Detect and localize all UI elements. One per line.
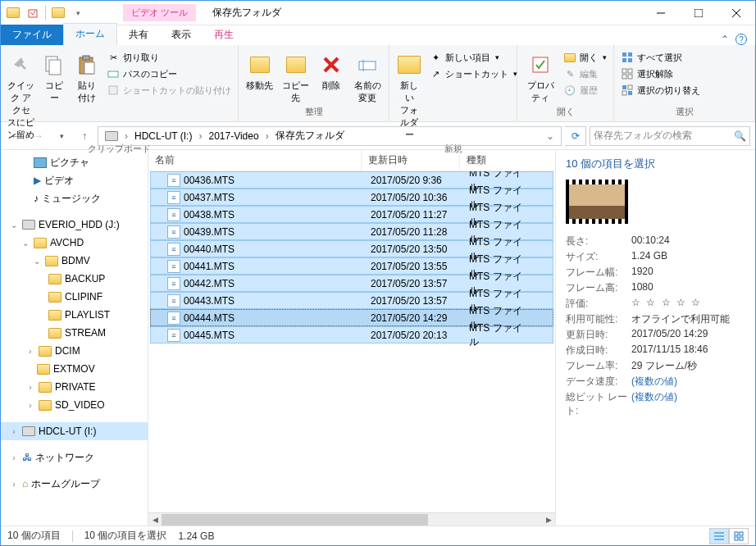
- shortcut-icon: ↗: [429, 67, 442, 80]
- crumb-dropdown[interactable]: ⌄: [541, 130, 559, 142]
- newitem-button[interactable]: ✦新しい項目▾: [427, 50, 519, 65]
- invertselect-button[interactable]: 選択の切り替え: [619, 83, 702, 98]
- rating-stars[interactable]: ☆ ☆ ☆ ☆ ☆: [631, 297, 702, 311]
- tab-share[interactable]: 共有: [117, 25, 160, 45]
- nav-extmov[interactable]: EXTMOV: [1, 360, 148, 378]
- svg-rect-23: [622, 75, 626, 79]
- nav-drive-i[interactable]: ›HDCL-UT (I:): [1, 422, 148, 440]
- file-icon: ≡: [167, 243, 180, 256]
- tab-play[interactable]: 再生: [203, 25, 245, 45]
- cut-button[interactable]: ✂切り取り: [105, 50, 233, 65]
- refresh-button[interactable]: ⟳: [565, 126, 586, 146]
- crumb-2[interactable]: 保存先フォルダ: [271, 127, 349, 145]
- scroll-right-button[interactable]: ▶: [542, 513, 555, 526]
- back-button[interactable]: ←: [6, 126, 25, 146]
- folder-icon: [39, 382, 52, 393]
- up-button[interactable]: ↑: [75, 126, 94, 146]
- svg-rect-24: [628, 75, 632, 79]
- paste-shortcut-button[interactable]: ショートカットの貼り付け: [105, 83, 233, 98]
- col-type[interactable]: 種類: [460, 150, 524, 171]
- nav-bdmv[interactable]: ⌄BDMV: [1, 252, 148, 270]
- file-icon: ≡: [167, 191, 180, 204]
- scroll-thumb[interactable]: [162, 514, 428, 526]
- scroll-left-button[interactable]: ◀: [148, 513, 162, 526]
- nav-pictures[interactable]: ピクチャ: [1, 153, 148, 171]
- recent-dropdown[interactable]: ▾: [52, 126, 71, 146]
- crumb-1[interactable]: 2017-Video: [203, 127, 263, 145]
- selectall-button[interactable]: すべて選択: [619, 50, 702, 65]
- view-details-button[interactable]: [709, 528, 729, 544]
- nav-avchd[interactable]: ⌄AVCHD: [1, 234, 148, 252]
- tab-view[interactable]: 表示: [160, 25, 203, 45]
- folder-tree[interactable]: ピクチャ ▶ビデオ ♪ミュージック ⌄EVERIO_HDD (J:) ⌄AVCH…: [1, 150, 148, 526]
- nav-sdvideo[interactable]: ›SD_VIDEO: [1, 396, 148, 414]
- nav-private[interactable]: ›PRIVATE: [1, 378, 148, 396]
- edit-icon: ✎: [563, 67, 576, 80]
- shortcut-button[interactable]: ↗ショートカット▾: [427, 66, 519, 81]
- nav-network[interactable]: ›🖧ネットワーク: [1, 448, 148, 466]
- edit-button[interactable]: ✎編集: [562, 66, 608, 81]
- horizontal-scrollbar[interactable]: ◀ ▶: [148, 512, 555, 526]
- nav-homegroup[interactable]: ›⌂ホームグループ: [1, 475, 148, 493]
- file-rows[interactable]: ≡00436.MTS2017/05/20 9:36MTS ファイル≡00437.…: [148, 171, 555, 512]
- minimize-button[interactable]: [642, 1, 680, 25]
- nav-stream[interactable]: STREAM: [1, 324, 148, 342]
- tab-file[interactable]: ファイル: [1, 25, 63, 45]
- selectnone-button[interactable]: 選択解除: [619, 66, 702, 81]
- nav-drive-j[interactable]: ⌄EVERIO_HDD (J:): [1, 216, 148, 234]
- tab-home[interactable]: ホーム: [63, 23, 117, 45]
- close-button[interactable]: [717, 1, 755, 25]
- file-icon: ≡: [167, 277, 180, 290]
- help-icon[interactable]: ?: [736, 34, 747, 45]
- svg-rect-28: [628, 91, 632, 95]
- window-title: 保存先フォルダ: [212, 6, 281, 20]
- search-icon: 🔍: [734, 130, 746, 142]
- nav-clipinf[interactable]: CLIPINF: [1, 288, 148, 306]
- moveto-button[interactable]: 移動先: [244, 50, 276, 93]
- video-icon: ▶: [34, 175, 41, 186]
- svg-rect-22: [628, 69, 632, 73]
- status-bar: 10 個の項目 10 個の項目を選択 1.24 GB: [1, 526, 755, 545]
- nav-videos[interactable]: ▶ビデオ: [1, 171, 148, 189]
- svg-rect-34: [735, 537, 738, 540]
- collapse-ribbon-icon[interactable]: ⌃: [721, 34, 729, 45]
- moveto-icon: [247, 52, 273, 78]
- search-input[interactable]: 保存先フォルダの検索 🔍: [590, 126, 750, 146]
- file-row[interactable]: ≡00445.MTS2017/05/20 20:13MTS ファイル: [150, 326, 553, 344]
- svg-rect-8: [83, 56, 89, 60]
- svg-rect-11: [109, 86, 117, 94]
- crumb-0[interactable]: HDCL-UT (I:): [130, 127, 197, 145]
- rename-button[interactable]: 名前の 変更: [351, 50, 384, 106]
- music-icon: ♪: [34, 193, 39, 204]
- maximize-button[interactable]: [680, 1, 717, 25]
- properties-button[interactable]: プロパティ: [522, 50, 558, 106]
- svg-rect-10: [108, 71, 118, 77]
- delete-button[interactable]: 削除: [316, 50, 348, 93]
- app-icon[interactable]: [4, 4, 22, 22]
- qat-properties-icon[interactable]: [24, 4, 42, 22]
- status-count: 10 個の項目: [7, 529, 61, 543]
- cut-icon: ✂: [107, 51, 120, 64]
- properties-icon: [527, 52, 553, 78]
- breadcrumb[interactable]: › HDCL-UT (I:) › 2017-Video › 保存先フォルダ ⌄: [98, 126, 562, 146]
- copyto-button[interactable]: コピー先: [280, 50, 312, 106]
- copypath-button[interactable]: パスのコピー: [105, 66, 233, 81]
- view-icons-button[interactable]: [729, 528, 749, 544]
- col-modified[interactable]: 更新日時: [362, 150, 460, 171]
- nav-music[interactable]: ♪ミュージック: [1, 189, 148, 207]
- copy-button[interactable]: コピー: [39, 50, 69, 106]
- forward-button[interactable]: →: [29, 126, 48, 146]
- paste-button[interactable]: 貼り付け: [72, 50, 102, 106]
- qat-newfolder-icon[interactable]: [49, 4, 67, 22]
- nav-playlist[interactable]: PLAYLIST: [1, 306, 148, 324]
- history-button[interactable]: 🕘履歴: [562, 83, 608, 98]
- open-button[interactable]: 開く▾: [562, 50, 608, 65]
- file-list: 名前 更新日時 種類 ≡00436.MTS2017/05/20 9:36MTS …: [148, 150, 555, 526]
- nav-backup[interactable]: BACKUP: [1, 270, 148, 288]
- selectnone-icon: [621, 67, 634, 80]
- newfolder-icon: [396, 52, 422, 78]
- qat-dropdown-icon[interactable]: ▾: [69, 4, 87, 22]
- col-name[interactable]: 名前: [148, 150, 362, 171]
- selectall-icon: [621, 51, 634, 64]
- nav-dcim[interactable]: ›DCIM: [1, 342, 148, 360]
